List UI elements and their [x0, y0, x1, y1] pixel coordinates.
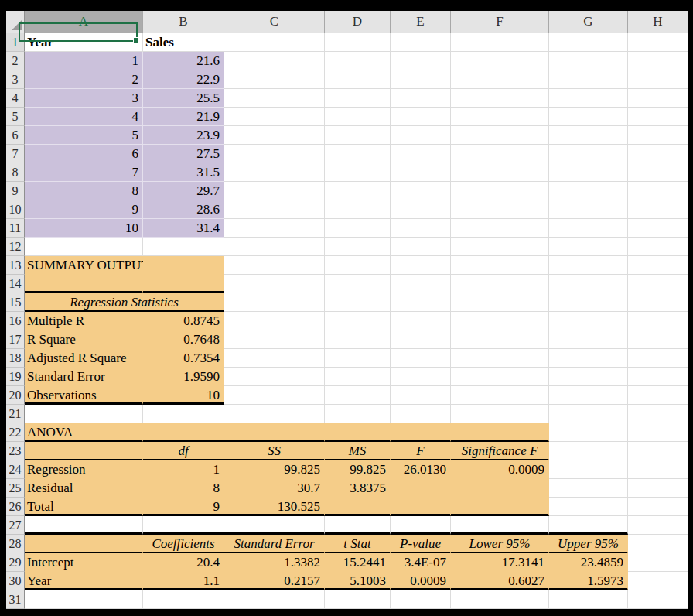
row-header-24[interactable]: 24	[6, 460, 25, 479]
cell-A16[interactable]: Multiple R	[25, 312, 143, 330]
cell-H31[interactable]	[628, 590, 688, 609]
cell-G26[interactable]	[549, 498, 628, 516]
cell-A14[interactable]	[25, 275, 143, 293]
row-header-3[interactable]: 3	[6, 70, 25, 89]
row-header-22[interactable]: 22	[6, 423, 25, 442]
cell-A8[interactable]: 7	[25, 163, 143, 182]
cell-H17[interactable]	[628, 330, 688, 349]
cell-G9[interactable]	[549, 182, 628, 200]
cell-D20[interactable]	[325, 386, 391, 405]
cell-A31[interactable]	[25, 590, 143, 609]
cell-F26[interactable]	[451, 498, 549, 516]
cell-D7[interactable]	[325, 145, 391, 163]
row-header-29[interactable]: 29	[6, 553, 25, 572]
cell-D14[interactable]	[325, 275, 391, 293]
cell-F7[interactable]	[451, 145, 549, 163]
cell-A10[interactable]: 9	[25, 200, 143, 219]
cell-H12[interactable]	[628, 238, 688, 256]
row-header-10[interactable]: 10	[6, 200, 25, 219]
cell-H20[interactable]	[628, 386, 688, 405]
cell-G25[interactable]	[549, 479, 628, 498]
cell-B6[interactable]: 23.9	[143, 126, 224, 145]
cell-B9[interactable]: 29.7	[143, 182, 224, 200]
cell-C30[interactable]: 0.2157	[224, 572, 325, 590]
cell-A13[interactable]: SUMMARY OUTPUT	[25, 256, 143, 275]
cell-F23[interactable]: Significance F	[451, 442, 549, 460]
row-header-9[interactable]: 9	[6, 182, 25, 200]
cell-C7[interactable]	[224, 145, 325, 163]
cell-C29[interactable]: 1.3382	[224, 553, 325, 572]
cell-A18[interactable]: Adjusted R Square	[25, 349, 143, 368]
row-header-2[interactable]: 2	[6, 52, 25, 70]
cell-H16[interactable]	[628, 312, 688, 330]
cell-B31[interactable]	[143, 590, 224, 609]
cell-E24[interactable]: 26.0130	[391, 460, 451, 479]
cell-E19[interactable]	[391, 368, 451, 386]
cell-H13[interactable]	[628, 256, 688, 275]
cell-A27[interactable]	[25, 516, 143, 535]
row-header-30[interactable]: 30	[6, 572, 25, 590]
cell-C1[interactable]	[224, 33, 325, 52]
row-header-13[interactable]: 13	[6, 256, 25, 275]
cell-D27[interactable]	[325, 516, 391, 535]
cell-C22[interactable]	[224, 423, 325, 442]
cell-F28[interactable]: Lower 95%	[451, 535, 549, 553]
cell-D19[interactable]	[325, 368, 391, 386]
cell-G24[interactable]	[549, 460, 628, 479]
cell-G20[interactable]	[549, 386, 628, 405]
cell-E11[interactable]	[391, 219, 451, 238]
cell-B2[interactable]: 21.6	[143, 52, 224, 70]
cell-G6[interactable]	[549, 126, 628, 145]
cell-D1[interactable]	[325, 33, 391, 52]
col-header-H[interactable]: H	[628, 11, 688, 33]
cell-B7[interactable]: 27.5	[143, 145, 224, 163]
cell-A21[interactable]	[25, 405, 143, 423]
cell-F19[interactable]	[451, 368, 549, 386]
cell-B29[interactable]: 20.4	[143, 553, 224, 572]
cell-F21[interactable]	[451, 405, 549, 423]
cell-G2[interactable]	[549, 52, 628, 70]
cell-A2[interactable]: 1	[25, 52, 143, 70]
cell-H21[interactable]	[628, 405, 688, 423]
row-header-14[interactable]: 14	[6, 275, 25, 293]
cell-B10[interactable]: 28.6	[143, 200, 224, 219]
cell-D12[interactable]	[325, 238, 391, 256]
cell-D16[interactable]	[325, 312, 391, 330]
row-header-21[interactable]: 21	[6, 405, 25, 423]
cell-C12[interactable]	[224, 238, 325, 256]
cell-C31[interactable]	[224, 590, 325, 609]
cell-C19[interactable]	[224, 368, 325, 386]
cell-B12[interactable]	[143, 238, 224, 256]
cell-D17[interactable]	[325, 330, 391, 349]
cell-G22[interactable]	[549, 423, 628, 442]
cell-E25[interactable]	[391, 479, 451, 498]
cell-E30[interactable]: 0.0009	[391, 572, 451, 590]
cell-G31[interactable]	[549, 590, 628, 609]
cell-E7[interactable]	[391, 145, 451, 163]
col-header-C[interactable]: C	[224, 11, 325, 33]
cell-G16[interactable]	[549, 312, 628, 330]
cell-B30[interactable]: 1.1	[143, 572, 224, 590]
cell-G12[interactable]	[549, 238, 628, 256]
cell-D22[interactable]	[325, 423, 391, 442]
cell-B3[interactable]: 22.9	[143, 70, 224, 89]
cell-D13[interactable]	[325, 256, 391, 275]
cell-A9[interactable]: 8	[25, 182, 143, 200]
col-header-A[interactable]: A	[25, 11, 143, 33]
cell-H28[interactable]	[628, 535, 688, 553]
cell-H26[interactable]	[628, 498, 688, 516]
col-header-F[interactable]: F	[451, 11, 549, 33]
cell-A20[interactable]: Observations	[25, 386, 143, 405]
row-header-7[interactable]: 7	[6, 145, 25, 163]
cell-C3[interactable]	[224, 70, 325, 89]
cell-F11[interactable]	[451, 219, 549, 238]
cell-B8[interactable]: 31.5	[143, 163, 224, 182]
cell-E27[interactable]	[391, 516, 451, 535]
cell-A1[interactable]: Year	[25, 33, 143, 52]
cell-G13[interactable]	[549, 256, 628, 275]
cell-A17[interactable]: R Square	[25, 330, 143, 349]
cell-H25[interactable]	[628, 479, 688, 498]
cell-C8[interactable]	[224, 163, 325, 182]
cell-F27[interactable]	[451, 516, 549, 535]
cell-E22[interactable]	[391, 423, 451, 442]
